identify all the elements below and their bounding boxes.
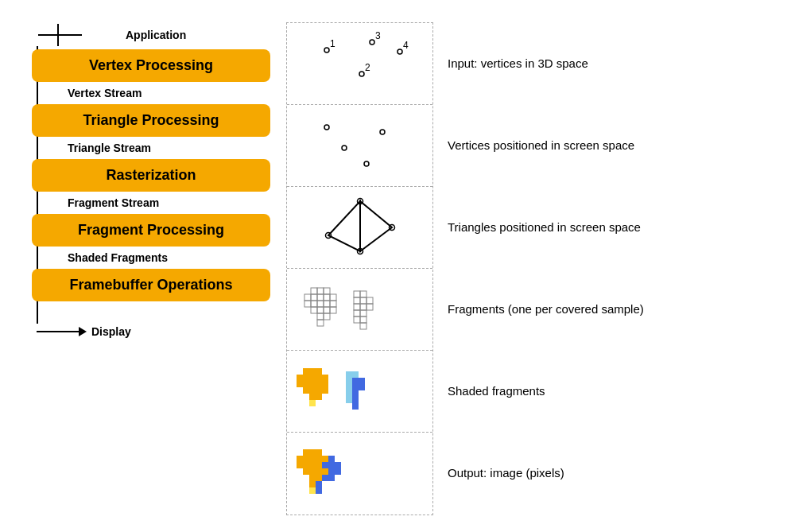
svg-rect-73 xyxy=(352,371,359,378)
svg-rect-101 xyxy=(303,468,309,475)
svg-rect-38 xyxy=(317,320,324,326)
viz-cell-triangles xyxy=(287,187,432,269)
svg-rect-57 xyxy=(309,375,316,381)
display-label: Display xyxy=(91,325,131,338)
svg-rect-112 xyxy=(316,481,322,487)
framebuffer-box: Framebuffer Operations xyxy=(32,269,270,301)
svg-rect-84 xyxy=(352,403,359,410)
svg-rect-27 xyxy=(304,301,311,307)
svg-rect-95 xyxy=(303,462,309,468)
svg-rect-47 xyxy=(354,310,360,316)
fragment-processing-box: Fragment Processing xyxy=(32,214,270,247)
svg-rect-24 xyxy=(317,294,324,301)
svg-point-4 xyxy=(398,49,402,54)
svg-rect-97 xyxy=(316,462,322,468)
svg-rect-58 xyxy=(316,375,322,381)
svg-rect-42 xyxy=(360,297,366,304)
fragments-svg xyxy=(297,274,424,345)
svg-rect-36 xyxy=(317,313,324,320)
svg-text:3: 3 xyxy=(375,30,381,41)
desc-text-4: Fragments (one per covered sample) xyxy=(448,302,644,316)
svg-rect-83 xyxy=(352,397,359,403)
svg-rect-105 xyxy=(328,468,335,475)
svg-rect-109 xyxy=(322,475,328,481)
svg-rect-54 xyxy=(316,368,322,375)
svg-rect-80 xyxy=(346,390,352,397)
svg-point-10 xyxy=(342,146,347,150)
svg-rect-67 xyxy=(316,387,322,394)
svg-rect-66 xyxy=(309,387,316,394)
svg-rect-89 xyxy=(303,456,309,462)
svg-rect-111 xyxy=(309,481,316,487)
svg-text:4: 4 xyxy=(403,40,409,51)
desc-cell-6: Output: image (pixels) xyxy=(444,432,787,514)
svg-rect-22 xyxy=(304,294,311,301)
svg-rect-44 xyxy=(354,304,360,310)
vertex-processing-stage: Vertex Processing xyxy=(16,46,262,82)
rasterization-stage: Rasterization xyxy=(16,159,262,192)
svg-rect-23 xyxy=(311,294,317,301)
svg-rect-20 xyxy=(317,288,324,294)
triangle-processing-stage: Triangle Processing xyxy=(16,104,262,137)
svg-rect-41 xyxy=(354,297,360,304)
rasterization-box: Rasterization xyxy=(32,159,270,192)
svg-point-9 xyxy=(380,130,385,134)
svg-rect-100 xyxy=(335,462,341,468)
svg-point-6 xyxy=(359,72,364,76)
svg-rect-110 xyxy=(328,475,335,481)
svg-rect-52 xyxy=(303,368,309,375)
svg-rect-108 xyxy=(316,475,322,481)
svg-rect-65 xyxy=(303,387,309,394)
svg-rect-78 xyxy=(352,384,359,390)
svg-rect-55 xyxy=(297,375,303,381)
svg-marker-12 xyxy=(328,201,360,251)
svg-rect-48 xyxy=(360,310,366,316)
svg-rect-51 xyxy=(360,323,366,329)
desc-cell-4: Fragments (one per covered sample) xyxy=(444,268,787,350)
svg-rect-113 xyxy=(309,487,316,494)
screen-vertices-svg xyxy=(297,110,424,181)
svg-rect-87 xyxy=(316,449,322,456)
svg-rect-35 xyxy=(330,307,336,313)
svg-rect-90 xyxy=(309,456,316,462)
svg-rect-64 xyxy=(322,381,328,387)
svg-rect-103 xyxy=(316,468,322,475)
triangle-stream-label: Triangle Stream xyxy=(16,137,262,159)
svg-rect-19 xyxy=(311,288,317,294)
desc-cell-5: Shaded fragments xyxy=(444,350,787,432)
svg-text:1: 1 xyxy=(330,38,335,49)
svg-rect-85 xyxy=(303,449,309,456)
svg-rect-34 xyxy=(324,307,330,313)
shaded-fragments-label: Shaded Fragments xyxy=(16,247,262,269)
main-container: Application Vertex Processing Vertex Str… xyxy=(0,0,795,532)
viz-cell-shaded-fragments xyxy=(287,351,432,433)
svg-rect-56 xyxy=(303,375,309,381)
svg-rect-39 xyxy=(354,291,360,297)
app-label: Application xyxy=(126,29,186,41)
svg-rect-75 xyxy=(352,378,359,384)
svg-rect-114 xyxy=(316,487,322,494)
svg-rect-71 xyxy=(309,400,316,406)
desc-cell-3: Triangles positioned in screen space xyxy=(444,186,787,268)
svg-rect-102 xyxy=(309,468,316,475)
triangles-svg xyxy=(297,192,424,263)
desc-text-1: Input: vertices in 3D space xyxy=(448,56,588,70)
svg-point-0 xyxy=(324,48,329,52)
viz-cell-fragments xyxy=(287,269,432,351)
svg-rect-30 xyxy=(324,301,330,307)
svg-rect-98 xyxy=(322,462,328,468)
svg-rect-45 xyxy=(360,304,366,310)
desc-cell-2: Vertices positioned in screen space xyxy=(444,104,787,186)
svg-rect-43 xyxy=(366,297,373,304)
vertex-processing-box: Vertex Processing xyxy=(32,49,270,82)
svg-rect-69 xyxy=(309,394,316,400)
svg-rect-33 xyxy=(317,307,324,313)
visualization-column: 1 3 4 2 xyxy=(286,22,433,515)
output-svg xyxy=(297,438,424,510)
svg-rect-86 xyxy=(309,449,316,456)
svg-rect-59 xyxy=(322,375,328,381)
shaded-fragments-svg xyxy=(297,355,424,427)
svg-rect-70 xyxy=(316,394,322,400)
fragment-stream-label: Fragment Stream xyxy=(16,192,262,214)
svg-point-11 xyxy=(364,161,369,166)
